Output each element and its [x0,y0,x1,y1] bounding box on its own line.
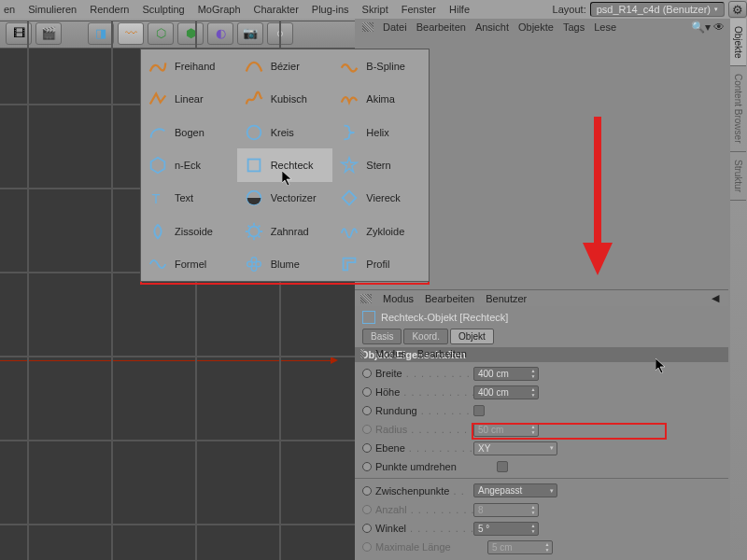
spline-linear[interactable]: Linear [141,82,237,115]
menu-item[interactable]: Lese [594,21,616,33]
side-tabs: Objekte Content Browser Struktur [730,19,747,560]
prop-label: Radius [375,424,407,435]
object-manager-menu: Datei Bearbeiten Ansicht Objekte Tags Le… [355,19,747,35]
spline-zykloide[interactable]: Zykloide [332,215,429,247]
spline-helix[interactable]: Helix [332,116,429,148]
prop-label: Rundung [375,405,417,416]
object-title: Rechteck-Objekt [Rechteck] [355,308,728,327]
menu-item[interactable]: Tags [563,21,585,33]
prop-label: Anzahl [375,504,407,515]
svg-marker-3 [342,158,358,173]
menu-item[interactable]: Modus [383,293,414,304]
svg-point-7 [248,226,259,236]
spline-freihand[interactable]: Freihand [141,49,237,82]
prop-label: Winkel [375,523,406,534]
spline-bspline[interactable]: B-Spline [332,49,429,82]
maxlen-field: 5 cm▲▼ [487,540,553,554]
spline-stern[interactable]: Stern [332,148,429,181]
svg-text:T: T [152,191,161,206]
menu-item[interactable]: Simulieren [28,4,77,15]
spline-bogen[interactable]: Bogen [141,116,237,148]
menu-item[interactable]: Skript [362,4,388,15]
breite-field[interactable]: 400 cm▲▼ [473,367,539,381]
menu-item[interactable]: Rendern [90,4,129,15]
menu-item[interactable]: Bearbeiten [416,21,466,33]
svg-point-8 [251,258,257,263]
ebene-dropdown[interactable]: XY▾ [473,441,557,455]
menu-item[interactable]: Charakter [254,4,299,15]
tab-objekte[interactable]: Objekte [730,19,746,66]
menu-item[interactable]: Objekte [518,21,554,33]
svg-marker-6 [343,191,357,205]
rectangle-spline-icon [362,311,375,324]
radius-field: 50 cm▲▼ [473,423,539,437]
main-menu-bar: en Simulieren Rendern Sculpting MoGraph … [0,0,747,19]
spline-akima[interactable]: Akima [332,82,429,115]
tab-koord[interactable]: Koord. [403,329,447,344]
spline-rechteck[interactable]: Rechteck [237,148,333,181]
grip-icon[interactable] [360,294,372,303]
prop-label: Höhe [375,386,400,398]
menu-item[interactable]: en [4,4,15,15]
spline-zissoide[interactable]: Zissoide [141,215,237,247]
attribute-manager-menu: Modus Bearbeiten Benutzer ◀ [355,289,728,306]
prop-label: Ebene [375,442,405,454]
layout-dropdown[interactable]: psd_R14_c4d (Benutzer)▾ [590,2,725,17]
menu-item[interactable]: Ansicht [475,21,509,33]
menu-item[interactable]: Datei [383,21,407,33]
menu-item[interactable]: Bearbeiten [425,293,474,304]
svg-point-10 [247,262,252,268]
middle-panel-menu: Modus Bearbeiten [355,345,467,362]
menu-item[interactable]: Benutzer [486,293,527,304]
collapse-icon[interactable]: ◀ [712,292,719,304]
anzahl-field: 8▲▼ [473,503,539,517]
grip-icon[interactable] [362,22,374,32]
menu-item[interactable]: Hilfe [449,4,470,15]
menu-item[interactable]: Modus [375,348,406,359]
spline-menu: Freihand Bézier B-Spline Linear Kubisch … [140,49,430,282]
svg-point-0 [247,125,261,139]
rundung-checkbox[interactable] [473,405,485,416]
menu-item[interactable]: Bearbeiten [417,348,467,359]
svg-marker-1 [151,158,165,174]
hoehe-field[interactable]: 400 cm▲▼ [473,385,539,399]
spline-formel[interactable]: Formel [141,248,237,281]
punkte-checkbox[interactable] [497,461,508,472]
prop-label: Breite [375,368,402,379]
layout-label: Layout: [553,4,586,15]
winkel-field[interactable]: 5 °▲▼ [473,522,539,536]
zwischenpunkte-dropdown[interactable]: Angepasst▾ [473,483,557,497]
layout-options-button[interactable]: ⚙ [728,1,747,18]
menu-item[interactable]: Plug-ins [312,4,349,15]
tab-objekt[interactable]: Objekt [450,329,494,344]
spline-bezier[interactable]: Bézier [237,49,333,82]
tab-content-browser[interactable]: Content Browser [730,66,746,151]
menu-item[interactable]: Sculpting [142,4,184,15]
search-icon[interactable]: 🔍▾ 👁 [691,21,725,34]
svg-point-9 [251,266,257,272]
tab-struktur[interactable]: Struktur [730,152,746,201]
svg-rect-2 [247,160,260,172]
spline-vectorizer[interactable]: Vectorizer [237,182,333,215]
spline-viereck[interactable]: Viereck [332,182,429,215]
menu-item[interactable]: Fenster [402,4,436,15]
prop-label: Zwischenpunkte [375,485,450,497]
spline-kubisch[interactable]: Kubisch [237,82,333,115]
spline-zahnrad[interactable]: Zahnrad [237,215,333,247]
object-properties: Breite . . . . . . . . . . 400 cm▲▼ Höhe… [355,364,728,556]
spline-blume[interactable]: Blume [237,248,333,281]
svg-point-11 [255,262,261,268]
prop-label: Punkte umdrehen [375,461,457,472]
tab-basis[interactable]: Basis [362,329,402,344]
attribute-tabs: Basis Koord. Objekt [362,329,494,344]
prop-label: Maximale Länge [375,541,451,553]
spline-kreis[interactable]: Kreis [237,116,333,148]
menu-item[interactable]: MoGraph [198,4,241,15]
spline-neck[interactable]: n-Eck [141,148,237,181]
grip-icon[interactable] [360,349,364,358]
spline-profil[interactable]: Profil [332,248,429,281]
spline-text[interactable]: TText [141,182,237,215]
